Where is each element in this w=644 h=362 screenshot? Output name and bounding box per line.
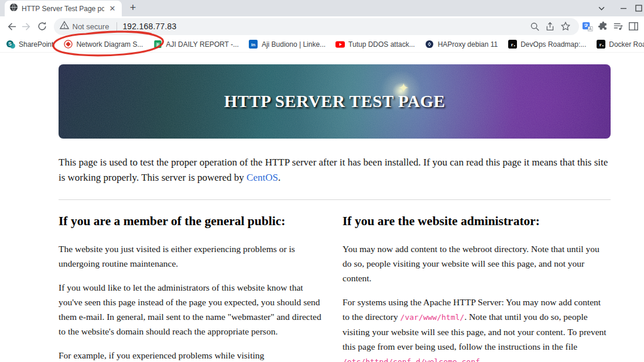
address-bar[interactable]: Not secure 192.168.77.83 <box>54 18 579 35</box>
roadmap-icon: r <box>596 40 605 49</box>
bookmark-docker-roadmap[interactable]: r Docker Roadmap -... <box>596 40 644 49</box>
paragraph: For systems using the Apache HTTP Server… <box>342 295 610 362</box>
bookmark-network-diagram[interactable]: Network Diagram S... <box>63 40 143 49</box>
browser-titlebar: HTTP Server Test Page powered ✕ + <box>0 0 644 16</box>
bookmark-devops-roadmap[interactable]: r DevOps Roadmap:... <box>508 40 586 49</box>
browser-tab[interactable]: HTTP Server Test Page powered ✕ <box>5 1 122 16</box>
extensions-puzzle-icon[interactable] <box>596 19 609 35</box>
website-administrator-heading: If you are the website administrator: <box>342 214 610 229</box>
page-content: ✦ HTTP SERVER TEST PAGE This page is use… <box>0 64 644 362</box>
side-panel-icon[interactable] <box>627 19 640 35</box>
omnibox-divider <box>117 22 117 31</box>
inline-code: /etc/httpd/conf.d/welcome.conf <box>342 357 480 362</box>
new-tab-button[interactable]: + <box>125 1 141 16</box>
tab-search-chevron-icon[interactable] <box>590 0 612 16</box>
general-public-heading: If you are a member of the general publi… <box>59 214 326 229</box>
svg-text:r: r <box>599 42 601 47</box>
reload-button[interactable] <box>36 19 49 34</box>
bookmark-haproxy[interactable]: HAProxy debian 11 <box>425 40 498 49</box>
bookmark-sharepoint[interactable]: S SharePoint <box>6 40 53 49</box>
test-page-banner: ✦ HTTP SERVER TEST PAGE <box>59 64 611 139</box>
forward-button[interactable] <box>20 19 34 34</box>
svg-text:S: S <box>8 41 12 47</box>
bookmarks-bar: S SharePoint Network Diagram S... AJI DA… <box>0 36 644 53</box>
inline-code: /var/www/html/ <box>400 313 465 322</box>
translate-icon[interactable] <box>581 19 594 35</box>
general-public-column: If you are a member of the general publi… <box>59 214 326 362</box>
paragraph: If you would like to let the administrat… <box>59 280 326 339</box>
tab-title: HTTP Server Test Page powered <box>22 5 104 13</box>
bookmark-linkedin[interactable]: in Aji Budiono | Linke... <box>249 40 326 49</box>
sharepoint-icon: S <box>6 40 15 49</box>
svg-text:in: in <box>251 42 255 47</box>
url-text[interactable]: 192.168.77.83 <box>122 22 176 31</box>
maximize-button[interactable] <box>635 0 644 16</box>
content-divider <box>59 199 611 200</box>
not-secure-warning-icon[interactable] <box>60 20 69 32</box>
paragraph: You may now add content to the webroot d… <box>342 242 610 285</box>
centos-link[interactable]: CentOS <box>246 172 278 183</box>
svg-text:r: r <box>511 42 513 47</box>
site-favicon-globe-icon <box>9 3 18 14</box>
paragraph: For example, if you experienced problems… <box>59 348 326 362</box>
intro-paragraph: This page is used to test the proper ope… <box>59 155 611 185</box>
google-sheets-icon <box>153 40 162 49</box>
website-administrator-column: If you are the website administrator: Yo… <box>342 214 610 362</box>
back-button[interactable] <box>5 19 18 34</box>
roadmap-icon: r <box>508 40 517 49</box>
bookmark-aji-daily-report[interactable]: AJI DAILY REPORT -... <box>153 40 238 49</box>
browser-toolbar: Not secure 192.168.77.83 <box>0 16 644 36</box>
side-search-icon[interactable] <box>527 19 543 34</box>
media-controls-icon[interactable] <box>611 19 625 35</box>
share-icon[interactable] <box>543 19 558 34</box>
bookmark-star-icon[interactable] <box>558 19 573 34</box>
haproxy-icon <box>425 40 434 49</box>
bookmark-youtube[interactable]: Tutup DDOS attack... <box>335 40 415 49</box>
tab-close-icon[interactable]: ✕ <box>108 4 117 13</box>
paragraph: The website you just visited is either e… <box>59 242 326 271</box>
youtube-icon <box>335 40 345 49</box>
security-label[interactable]: Not secure <box>73 22 109 31</box>
linkedin-icon: in <box>249 40 258 49</box>
banner-title: HTTP SERVER TEST PAGE <box>224 92 446 111</box>
minimize-button[interactable] <box>612 0 635 16</box>
network-diagram-icon <box>63 40 73 49</box>
